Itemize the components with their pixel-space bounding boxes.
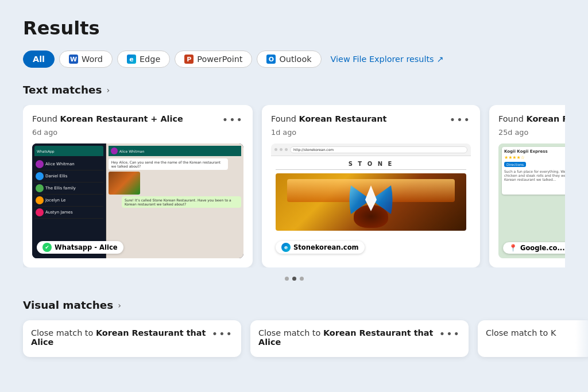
filter-outlook-button[interactable]: O Outlook [257,51,321,68]
text-matches-title: Text matches [23,84,102,96]
maps-preview: Kogii Kogii Express ★★★★☆ Directions Suc… [498,143,565,258]
review-text: Such a fun place for everything. We orde… [504,169,565,192]
card-1-time: 6d ago [32,128,243,137]
visual-matches-cards-row: Close match to Korean Restaurant that Al… [23,320,565,357]
edge-label: Edge [140,55,160,64]
edge-icon: e [127,55,136,64]
stone-logo: S T O N E [276,161,466,170]
text-match-card-2[interactable]: Found Korean Restaurant ••• 1d ago http:… [262,105,480,267]
pagination-dots [23,277,565,281]
browser-url-bar: http://stonekorean.com [290,146,467,153]
whatsapp-icon: ✔ [42,243,52,252]
wa-chat-name: Alice Whitman [45,162,75,166]
wa-bubble-out: Sure! It's called Stone Korean Restauran… [122,196,241,208]
wa-main: Alice Whitman Hey Alice, Can you send me… [106,143,243,258]
view-file-explorer-link[interactable]: View File Explorer results ↗ [331,55,444,64]
card-2-screenshot: http://stonekorean.com S T O N E [271,143,471,258]
avatar [111,148,118,154]
source-text: Whatsapp - Alice [55,243,118,251]
text-matches-cards-row: Found Korean Restaurant + Alice ••• 6d a… [23,105,565,267]
external-link-icon: ↗ [437,55,444,64]
filter-word-button[interactable]: W Word [59,51,113,68]
text-match-card-3[interactable]: Found Korean Re ••• 25d ago Kogii Kogii … [489,105,565,267]
word-label: Word [82,55,103,64]
vcard-2-header: Close match to Korean Restaurant that Al… [258,328,461,347]
vcard-3-fade [575,320,588,357]
wa-chat-alice: Alice Whitman [34,158,103,170]
visual-matches-section: Visual matches › Close match to Korean R… [23,299,565,357]
visual-match-card-3[interactable]: Close match to K [478,320,588,357]
map-pin-icon: 📍 [509,244,517,252]
text-match-card-1[interactable]: Found Korean Restaurant + Alice ••• 6d a… [23,105,253,267]
outlook-label: Outlook [279,55,311,64]
wa-chat-ellis: The Ellis family [34,183,103,195]
card-2-source-label: e Stonekorean.com [276,241,365,254]
copilot-overlay [345,174,397,228]
map-actions: Directions [504,162,565,167]
card-2-title: Found Korean Restaurant [271,114,386,123]
avatar [36,196,44,204]
maps-card: Kogii Kogii Express ★★★★☆ Directions Suc… [502,147,565,195]
pagination-dot-3[interactable] [300,277,304,281]
card-1-source-label: ✔ Whatsapp - Alice [37,241,123,254]
text-matches-cards-container: Found Korean Restaurant + Alice ••• 6d a… [23,105,565,281]
word-icon: W [69,55,78,64]
card-1-title: Found Korean Restaurant + Alice [32,114,183,123]
avatar [36,184,44,192]
card-3-source-label: 📍 Google.co... [503,242,565,254]
card-3-title: Found Korean Re [498,114,565,123]
text-matches-chevron-icon[interactable]: › [106,86,110,95]
powerpoint-label: PowerPoint [197,55,242,64]
filter-edge-button[interactable]: e Edge [117,51,170,68]
avatar [36,172,44,180]
stars: ★★★★☆ [504,155,565,160]
text-matches-header: Text matches › [23,84,565,96]
outlook-icon: O [266,55,276,64]
card-2-header: Found Korean Restaurant ••• [271,114,471,126]
wa-header: WhatsApp [34,146,103,156]
vcard-1-title: Close match to Korean Restaurant that Al… [31,328,212,347]
avatar [36,160,44,168]
filter-all-button[interactable]: All [23,51,55,68]
card-2-time: 1d ago [271,128,471,137]
filter-bar: All W Word e Edge P PowerPoint O Outlook… [23,51,565,68]
pagination-dot-1[interactable] [285,277,289,281]
browser-dot [280,148,283,151]
browser-dot [285,148,288,151]
visual-matches-header: Visual matches › [23,299,565,311]
card-1-more-button[interactable]: ••• [222,114,243,126]
vcard-2-more-button[interactable]: ••• [439,328,461,340]
visual-matches-chevron-icon[interactable]: › [118,301,121,310]
wa-chat-name: Daniel Ellis [45,174,67,178]
wa-food-image [109,172,140,195]
card-3-screenshot: Kogii Kogii Express ★★★★☆ Directions Suc… [498,143,565,258]
vcard-1-more-button[interactable]: ••• [212,328,233,340]
wa-chat-jocelyn: Jocelyn Le [34,195,103,207]
wa-msg-header: Alice Whitman [109,146,241,156]
pagination-dot-2[interactable] [292,277,296,281]
ppt-icon: P [184,55,194,64]
filter-powerpoint-button[interactable]: P PowerPoint [175,51,252,68]
card-3-time: 25d ago [498,128,565,137]
restaurant-name: Kogii Kogii Express [504,149,565,154]
visual-match-card-2[interactable]: Close match to Korean Restaurant that Al… [250,320,469,357]
card-3-header: Found Korean Re ••• [498,114,565,126]
svg-marker-0 [365,185,377,211]
card-2-more-button[interactable]: ••• [450,114,471,126]
browser-bar: http://stonekorean.com [271,143,471,156]
avatar [36,208,44,216]
wa-chat-name: Jocelyn Le [45,198,65,203]
browser-dot [274,148,277,151]
source-text: Stonekorean.com [293,243,359,251]
wa-bubble-in: Hey Alice, Can you send me the name of t… [109,158,228,170]
wa-chat-daniel: Daniel Ellis [34,170,103,183]
vcard-2-title: Close match to Korean Restaurant that Al… [258,328,439,347]
card-1-screenshot: WhatsApp Alice Whitman Daniel Ellis The … [32,143,243,258]
wa-chat-name: The Ellis family [45,186,76,191]
wa-chat-name: Austyn James [45,210,73,215]
card-1-header: Found Korean Restaurant + Alice ••• [32,114,243,126]
copilot-icon [345,174,397,226]
visual-matches-title: Visual matches [23,299,113,311]
page-title: Results [23,17,565,39]
visual-match-card-1[interactable]: Close match to Korean Restaurant that Al… [23,320,241,357]
